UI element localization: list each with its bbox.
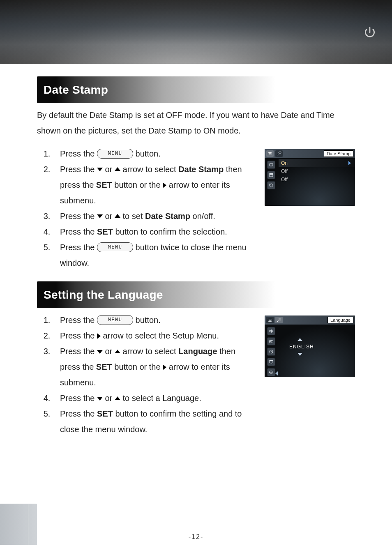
text: or bbox=[105, 347, 115, 356]
date-stamp-step-2: Press the or arrow to select Date Stamp … bbox=[53, 161, 255, 208]
text: button to confirm the selection. bbox=[115, 227, 227, 236]
bold-text: Language bbox=[178, 347, 217, 356]
up-arrow-icon bbox=[115, 167, 120, 171]
menu-button-icon: MENU bbox=[97, 315, 133, 325]
text: or bbox=[105, 212, 115, 221]
text: Press the bbox=[60, 149, 97, 158]
svg-rect-3 bbox=[270, 174, 273, 177]
right-arrow-icon bbox=[97, 333, 101, 339]
text: button or the bbox=[114, 362, 163, 371]
date-stamp-step-4: Press the SET button to confirm the sele… bbox=[53, 224, 255, 240]
tab-tools-icon bbox=[275, 150, 283, 157]
text: button or the bbox=[114, 180, 163, 189]
date-stamp-step-3: Press the or to set Date Stamp on/off. bbox=[53, 208, 255, 224]
date-stamp-intro: By default the Date Stamp is set at OFF … bbox=[37, 107, 355, 138]
right-arrow-icon bbox=[348, 161, 351, 165]
svg-point-1 bbox=[270, 153, 271, 154]
language-icon bbox=[267, 368, 275, 376]
up-arrow-icon bbox=[115, 214, 120, 218]
svg-rect-9 bbox=[270, 361, 273, 363]
svg-rect-6 bbox=[270, 341, 273, 343]
menu-row-on: On bbox=[279, 159, 355, 167]
sound-icon bbox=[267, 327, 275, 335]
bold-text: Date Stamp bbox=[145, 212, 190, 221]
down-arrow-icon bbox=[297, 353, 302, 356]
section-title-date-stamp: Date Stamp bbox=[37, 76, 355, 103]
power-icon bbox=[360, 23, 380, 42]
tab-camera-icon bbox=[266, 317, 274, 323]
text: on/off. bbox=[193, 212, 215, 221]
down-arrow-icon bbox=[97, 397, 103, 401]
text: arrow to select bbox=[123, 347, 179, 356]
language-steps: Press the MENU button. Press the arrow t… bbox=[53, 312, 255, 437]
left-arrow-icon bbox=[275, 371, 278, 375]
menu-row-off-2: Off bbox=[279, 175, 355, 184]
up-arrow-icon bbox=[115, 350, 120, 353]
clock-icon bbox=[267, 348, 275, 356]
language-value: ENGLISH bbox=[289, 342, 343, 352]
bold-text: SET bbox=[96, 362, 112, 371]
text: Press the bbox=[60, 243, 97, 252]
date-icon bbox=[267, 171, 275, 179]
right-arrow-icon bbox=[163, 182, 166, 188]
text: or bbox=[105, 165, 115, 174]
language-step-5: Press the SET button to confirm the sett… bbox=[53, 406, 255, 437]
svg-rect-0 bbox=[268, 153, 272, 155]
menu-row-label: Off bbox=[281, 175, 288, 184]
down-arrow-icon bbox=[97, 168, 103, 171]
text: button. bbox=[136, 149, 161, 158]
down-arrow-icon bbox=[97, 350, 103, 354]
tab-tools-icon bbox=[275, 317, 283, 323]
right-arrow-icon bbox=[163, 364, 166, 370]
bold-text: SET bbox=[97, 227, 113, 236]
section-title-language: Setting the Language bbox=[37, 281, 355, 308]
text: Press the bbox=[60, 212, 97, 221]
quality-icon bbox=[267, 161, 275, 169]
text: button. bbox=[136, 315, 161, 325]
text: Press the bbox=[60, 315, 97, 325]
bold-text: Date Stamp bbox=[178, 165, 224, 174]
text: Press the bbox=[60, 331, 97, 340]
svg-rect-4 bbox=[268, 319, 272, 322]
review-icon bbox=[267, 337, 275, 345]
tab-camera-icon bbox=[266, 150, 274, 157]
menu-button-icon: MENU bbox=[97, 242, 133, 252]
up-arrow-icon bbox=[115, 396, 120, 400]
page-number: -12- bbox=[0, 533, 392, 541]
bold-text: SET bbox=[96, 180, 112, 189]
language-step-3: Press the or arrow to select Language th… bbox=[53, 343, 255, 390]
language-step-2: Press the arrow to select the Setup Menu… bbox=[53, 328, 255, 343]
language-step-4: Press the or to select a Language. bbox=[53, 390, 255, 406]
date-stamp-step-1: Press the MENU button. bbox=[53, 146, 255, 161]
manual-header-band bbox=[0, 0, 392, 64]
text: arrow to select bbox=[123, 165, 179, 174]
display-icon bbox=[267, 358, 275, 366]
screenshot-title: Language bbox=[327, 315, 353, 325]
text: or bbox=[105, 394, 115, 403]
date-stamp-steps: Press the MENU button. Press the or arro… bbox=[53, 146, 255, 271]
language-menu-screenshot: Language bbox=[265, 315, 355, 377]
svg-rect-2 bbox=[270, 164, 273, 166]
text: arrow to select the Setup Menu. bbox=[103, 331, 219, 340]
svg-point-5 bbox=[270, 320, 271, 321]
page-content: Date Stamp By default the Date Stamp is … bbox=[0, 64, 392, 437]
text: Press the bbox=[60, 165, 97, 174]
down-arrow-icon bbox=[97, 214, 103, 218]
text: Press the bbox=[60, 347, 97, 356]
menu-row-off-1: Off bbox=[279, 167, 355, 175]
date-stamp-step-5: Press the MENU button twice to close the… bbox=[53, 240, 255, 271]
text: Press the bbox=[60, 409, 97, 418]
text: to select a Language. bbox=[123, 394, 201, 403]
svg-point-7 bbox=[271, 341, 272, 342]
bold-text: SET bbox=[97, 409, 113, 418]
text: to set bbox=[123, 212, 145, 221]
screenshot-title: Date Stamp bbox=[324, 149, 353, 158]
date-stamp-menu-screenshot: Date Stamp On bbox=[265, 149, 355, 206]
language-selector: ENGLISH bbox=[289, 337, 343, 357]
up-arrow-icon bbox=[297, 338, 302, 341]
text: Press the bbox=[60, 394, 97, 403]
menu-button-icon: MENU bbox=[97, 149, 133, 159]
rotate-icon bbox=[267, 181, 275, 189]
text: Press the bbox=[60, 227, 97, 236]
language-step-1: Press the MENU button. bbox=[53, 312, 255, 328]
